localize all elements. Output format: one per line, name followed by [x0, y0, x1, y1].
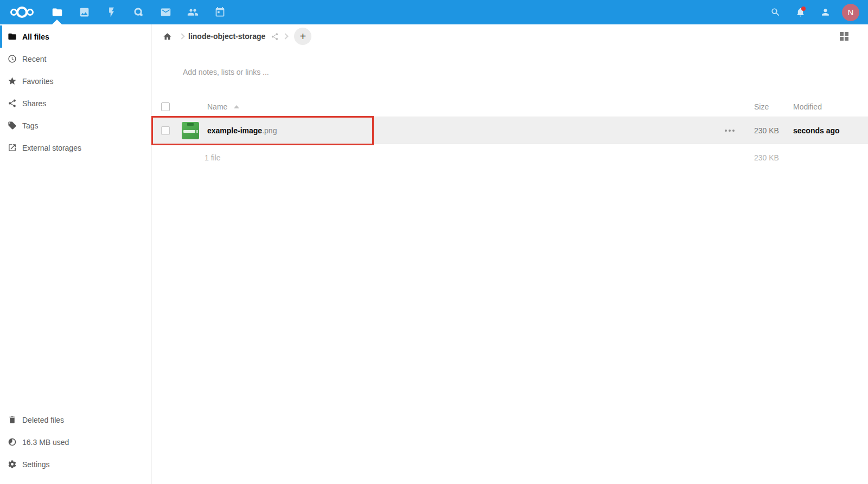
search-icon	[770, 7, 781, 17]
app-contacts[interactable]	[179, 0, 206, 24]
sidebar-bottom: Deleted files 16.3 MB used Settings	[0, 409, 151, 484]
sidebar-item-settings[interactable]: Settings	[0, 453, 151, 475]
app-photos[interactable]	[71, 0, 98, 24]
nextcloud-logo[interactable]	[0, 0, 43, 24]
star-icon	[8, 76, 17, 86]
quota-pie-icon	[8, 437, 17, 447]
sidebar-item-shares[interactable]: Shares	[0, 92, 151, 114]
notifications-button[interactable]	[788, 0, 813, 24]
size-header[interactable]: Size	[743, 102, 787, 111]
table-summary-row: 1 file 230 KB	[152, 144, 868, 171]
sidebar-item-label: Deleted files	[22, 416, 64, 424]
sidebar-item-favorites[interactable]: Favorites	[0, 70, 151, 92]
modified-header[interactable]: Modified	[787, 102, 868, 111]
file-name-cell[interactable]: example-image.png	[182, 122, 716, 139]
file-row-example-image[interactable]: example-image.png 230 KB seconds ago	[152, 117, 868, 144]
chevron-right-icon	[178, 33, 184, 39]
folder-icon	[8, 32, 17, 41]
sidebar-item-label: Favorites	[22, 77, 54, 86]
more-actions-button[interactable]	[723, 126, 737, 135]
sidebar-item-label: Tags	[22, 121, 39, 130]
row-actions-cell	[716, 126, 743, 135]
file-size: 230 KB	[743, 126, 787, 135]
new-file-button[interactable]: +	[294, 28, 311, 45]
grid-square	[840, 37, 844, 41]
sidebar-item-recent[interactable]: Recent	[0, 48, 151, 70]
summary-count-cell: 1 file	[182, 153, 716, 162]
grid-square	[845, 32, 848, 36]
name-header-cell: Name	[182, 102, 716, 111]
sidebar-item-external-storages[interactable]: External storages	[0, 137, 151, 159]
top-bar: N	[0, 0, 868, 24]
app-mail[interactable]	[152, 0, 179, 24]
breadcrumb-home-button[interactable]	[159, 28, 175, 44]
file-table: Name Size Modified	[152, 96, 868, 171]
name-header-label: Name	[207, 102, 227, 111]
home-icon	[163, 32, 172, 41]
chevron-right-icon	[283, 33, 289, 39]
sidebar-item-label: Recent	[22, 55, 46, 63]
file-modified: seconds ago	[787, 126, 868, 135]
logo-ring-center	[16, 7, 28, 18]
app-files[interactable]	[43, 0, 71, 24]
notification-badge	[801, 7, 806, 11]
files-content: linode-object-storage + Add notes, lists…	[152, 24, 868, 484]
app-activity[interactable]	[98, 0, 125, 24]
photos-icon	[79, 7, 90, 18]
sort-by-name[interactable]: Name	[207, 102, 239, 111]
thumbnail-detail	[187, 123, 194, 126]
grid-view-toggle[interactable]	[840, 32, 848, 41]
contacts-menu-icon	[820, 7, 831, 17]
file-name: example-image	[207, 126, 262, 135]
sidebar-item-label: All files	[22, 33, 49, 41]
user-avatar[interactable]: N	[842, 4, 859, 21]
file-count: 1 file	[205, 153, 221, 162]
thumbnail-detail	[183, 130, 195, 133]
folder-icon	[52, 7, 63, 18]
grid-square	[840, 32, 844, 36]
file-thumbnail	[182, 122, 199, 139]
tag-icon	[8, 121, 17, 130]
breadcrumb-folder[interactable]: linode-object-storage	[188, 32, 265, 41]
total-size: 230 KB	[743, 153, 787, 162]
clock-icon	[8, 54, 17, 63]
share-icon	[8, 99, 17, 108]
thumbnail-detail	[196, 130, 198, 133]
external-link-icon	[8, 143, 17, 152]
table-header-row: Name Size Modified	[152, 96, 868, 117]
people-icon	[187, 7, 199, 18]
sidebar-item-all-files[interactable]: All files	[0, 25, 151, 48]
trash-icon	[8, 415, 17, 424]
select-all-checkbox[interactable]	[161, 102, 170, 111]
circle-q-icon	[133, 7, 144, 18]
share-icon	[271, 33, 279, 41]
app-circles[interactable]	[125, 0, 152, 24]
calendar-icon	[214, 7, 226, 18]
gear-icon	[8, 460, 17, 469]
sidebar-item-label: Settings	[22, 460, 50, 469]
row-checkbox[interactable]	[161, 126, 170, 135]
sidebar-item-deleted-files[interactable]: Deleted files	[0, 409, 151, 431]
sidebar-item-tags[interactable]: Tags	[0, 114, 151, 137]
file-extension: .png	[262, 126, 277, 135]
active-app-pointer	[52, 20, 62, 24]
sort-ascending-icon	[234, 105, 239, 108]
app-calendar[interactable]	[206, 0, 233, 24]
sidebar-item-quota[interactable]: 16.3 MB used	[0, 431, 151, 453]
topbar-right: N	[763, 0, 868, 24]
breadcrumb-share-button[interactable]	[271, 33, 279, 41]
sidebar-item-label: 16.3 MB used	[22, 438, 69, 447]
files-sidebar: All files Recent Favorites Shares Tags E…	[0, 24, 152, 484]
contacts-menu-button[interactable]	[813, 0, 838, 24]
sidebar-item-label: Shares	[22, 99, 46, 108]
envelope-icon	[160, 7, 171, 18]
select-all-cell	[152, 102, 182, 111]
notes-input[interactable]: Add notes, lists or links ...	[183, 68, 868, 79]
breadcrumb: linode-object-storage +	[152, 24, 868, 48]
search-button[interactable]	[763, 0, 788, 24]
row-select-cell	[152, 126, 182, 135]
lightning-icon	[106, 7, 117, 18]
sidebar-item-label: External storages	[22, 144, 81, 152]
grid-square	[845, 37, 848, 41]
